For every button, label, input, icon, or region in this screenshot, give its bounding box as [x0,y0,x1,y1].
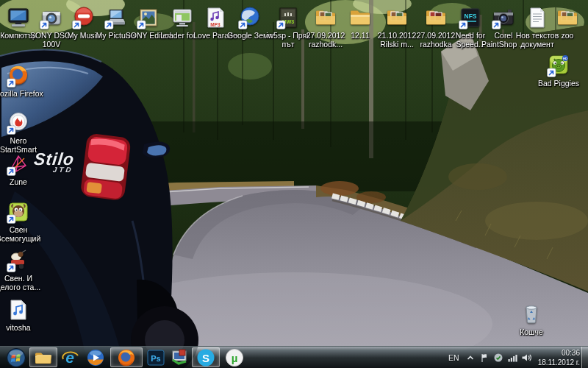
desktop-icon-vitosha[interactable]: vitosha [0,297,43,332]
desktop-icon-label: Bad Piggies [538,79,579,88]
mp3-icon: MP3 [203,5,228,30]
desktop-icon-sven-1[interactable]: Свен Всемогущий [0,199,43,244]
desktop-icon-firefox[interactable]: Mozilla Firefox [0,63,43,98]
tray-date: 18.11.2012 г. [538,358,580,367]
desktop-icon-zoo[interactable]: zoo [542,5,588,40]
device-status-icon[interactable] [493,353,503,363]
taskbar-button-utorrent[interactable]: µ [222,348,247,367]
svg-text:S: S [202,351,209,364]
clock[interactable]: 00:36 18.11.2012 г. [538,348,580,367]
svg-text:MP3: MP3 [210,22,220,27]
svg-text:µ: µ [232,352,238,364]
nero-icon [6,110,31,135]
folderphoto-icon [384,5,409,30]
desktop-icon-label: Свен Всемогущий [0,225,43,244]
internet-explorer-icon: e [61,348,80,367]
folder-icon [348,5,373,30]
sheep-icon [6,199,31,224]
desktop-icon-label: Mozilla Firefox [0,89,43,98]
action-center-icon[interactable] [479,353,490,363]
folderred-icon [423,5,448,30]
desktop-icon-label: vitosha [6,323,30,332]
svg-text:NFS: NFS [465,13,477,20]
taskbar-button-firefox[interactable] [110,347,143,367]
taskbar-button-media-tool[interactable] [168,348,190,367]
tray-time: 00:36 [538,348,580,358]
wallpaper [0,0,588,368]
desktop-icon-bad-piggies[interactable]: HDBad Piggies [534,53,584,88]
media-tool-icon [170,348,189,367]
desktop-icon-label: 12.11 [351,31,370,40]
desktop-icon-label: Свен. И целого ста... [0,274,43,292]
mediafile-icon [6,297,31,322]
desktop-icon-nero[interactable]: Nero StartSmart [0,110,43,155]
explorer-icon [34,348,53,367]
desktop-icon-zune[interactable]: Zune [0,152,43,186]
volume-icon[interactable] [521,353,531,363]
zune-icon [6,152,31,177]
system-tray: EN 00:36 18.11.2012 г. [446,347,580,368]
folderphoto-icon [555,5,580,30]
desktop-icon-sven-2[interactable]: Свен. И целого ста... [0,248,43,292]
media-player-icon [86,348,105,367]
svg-text:e: e [65,349,74,366]
taskbar-button-photoshop[interactable]: Ps [145,348,167,367]
show-desktop-button[interactable] [581,347,588,368]
badpiggies-icon: HD [546,53,571,78]
earth-icon [237,5,262,30]
taskbar-button-media-player[interactable] [84,348,107,367]
desktop-icon-recycle-bin[interactable]: Кошче [506,302,556,336]
desktop-icon-label: Zune [10,177,27,186]
mw3-icon: MW3 [276,5,301,30]
taskbar-button-internet-explorer[interactable]: e [59,348,82,367]
photoshop-icon: Ps [146,348,165,367]
windows-desktop: Stilo JTD КомпютърSONY DSC-100VMy MusicM… [0,0,588,368]
skype-icon: S [196,348,215,367]
firefox-icon [117,348,136,367]
windows-logo-icon [6,347,26,368]
taskbar-button-skype[interactable]: S [192,347,220,367]
network-icon[interactable] [507,353,517,363]
start-button[interactable] [3,347,29,368]
desktop-icon-label: zoo [562,31,574,40]
hidden-icons-icon[interactable] [465,353,476,363]
tray-icons [465,353,531,363]
utorrent-icon: µ [225,348,244,367]
desktop-icon-label: Кошче [520,328,543,336]
language-indicator[interactable]: EN [446,353,462,363]
svg-text:Ps: Ps [151,354,160,363]
recycle-icon [519,302,544,327]
folderphoto-icon [313,5,338,30]
taskbar-button-explorer[interactable] [29,347,57,367]
taskbar: ePsSµ EN 00:36 18.11.2012 г. [0,346,588,368]
sheeprider-icon [6,248,31,273]
svg-text:HD: HD [563,57,567,60]
firefox-icon [6,63,31,88]
